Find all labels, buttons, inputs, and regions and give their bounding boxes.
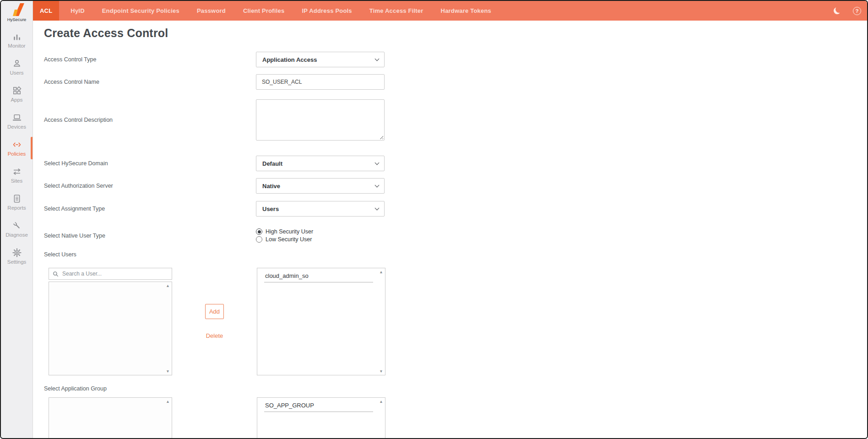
sidebar-item-apps[interactable]: Apps [1, 81, 33, 108]
selected-groups-listbox[interactable]: SO_APP_GROUP ▲ ▼ [257, 397, 385, 438]
user-search-input[interactable] [61, 270, 168, 277]
sidebar-item-policies[interactable]: Policies [1, 135, 33, 162]
radio-selected-icon[interactable] [256, 228, 262, 235]
chevron-down-icon [375, 206, 380, 211]
sidebar-item-settings[interactable]: Settings [1, 243, 33, 270]
selected-users-listbox[interactable]: cloud_admin_so ▲ ▼ [257, 268, 385, 375]
access-control-description-label: Access Control Description [44, 117, 256, 123]
sidebar-item-devices[interactable]: Devices [1, 108, 33, 135]
sidebar-item-label: Devices [7, 124, 26, 130]
sidebar-item-reports[interactable]: Reports [1, 189, 33, 216]
row-assignment-type: Select Assignment Type Users [44, 201, 867, 217]
scrollbar[interactable]: ▲ ▼ [377, 268, 385, 375]
bar-chart-icon [12, 32, 22, 42]
selected-group-item[interactable]: SO_APP_GROUP [264, 401, 373, 412]
help-icon[interactable]: ? [853, 7, 861, 15]
authorization-server-select[interactable]: Native [256, 178, 385, 194]
delete-user-link[interactable]: Delete [206, 332, 223, 339]
tab-hyid[interactable]: HyID [64, 1, 91, 21]
select-application-group-label: Select Application Group [44, 385, 867, 392]
tab-ip-address-pools[interactable]: IP Address Pools [295, 1, 358, 21]
radio-low-security-user[interactable]: Low Security User [256, 236, 385, 243]
scroll-up-icon[interactable]: ▲ [379, 270, 383, 274]
scrollbar[interactable]: ▲ ▼ [164, 398, 172, 438]
select-users-widget: ▲ ▼ Add Delete cloud_admin_so ▲ ▼ [49, 268, 867, 375]
tab-acl[interactable]: ACL [33, 1, 59, 21]
wrench-icon [12, 221, 22, 231]
select-application-group-widget: ▲ ▼ SO_APP_GROUP ▲ ▼ [49, 397, 867, 438]
brand-logo[interactable]: HySecure [1, 1, 33, 23]
scroll-down-icon[interactable]: ▼ [166, 369, 169, 374]
hysecure-domain-value: Default [262, 160, 282, 167]
search-icon [53, 271, 59, 277]
laptop-icon [12, 113, 22, 123]
dark-mode-moon-icon[interactable] [834, 7, 841, 14]
page-content: Create Access Control Access Control Typ… [33, 21, 867, 438]
user-search-box[interactable] [49, 268, 172, 280]
assignment-type-select[interactable]: Users [256, 201, 385, 217]
available-groups-listbox[interactable]: ▲ ▼ [49, 397, 172, 438]
tab-time-access-filter[interactable]: Time Access Filter [363, 1, 430, 21]
scroll-up-icon[interactable]: ▲ [379, 400, 383, 404]
scroll-up-icon[interactable]: ▲ [166, 284, 169, 288]
tab-client-profiles[interactable]: Client Profiles [236, 1, 291, 21]
assignment-type-value: Users [262, 206, 279, 212]
user-actions-column: Add Delete [172, 268, 257, 375]
sidebar-item-sites[interactable]: Sites [1, 162, 33, 189]
tab-password[interactable]: Password [190, 1, 233, 21]
person-icon [12, 59, 22, 69]
row-access-control-type: Access Control Type Application Access [44, 52, 867, 67]
select-users-label: Select Users [44, 251, 867, 258]
app-window: HySecure Monitor Users [0, 0, 868, 439]
code-brackets-icon [12, 140, 22, 150]
row-native-user-type: Select Native User Type High Security Us… [44, 228, 867, 243]
access-control-type-label: Access Control Type [44, 56, 256, 63]
radio-unselected-icon[interactable] [256, 236, 262, 243]
selected-user-item[interactable]: cloud_admin_so [264, 271, 373, 282]
row-hysecure-domain: Select HySecure Domain Default [44, 156, 867, 171]
access-control-name-input[interactable] [256, 74, 385, 90]
document-icon [12, 194, 22, 204]
sidebar-item-monitor[interactable]: Monitor [1, 27, 33, 54]
radio-label: Low Security User [266, 236, 312, 243]
sidebar-item-label: Policies [8, 151, 26, 157]
chevron-down-icon [375, 57, 380, 61]
scrollbar[interactable]: ▲ ▼ [164, 282, 172, 375]
row-authorization-server: Select Authorization Server Native [44, 178, 867, 194]
add-user-button[interactable]: Add [205, 304, 224, 319]
radio-high-security-user[interactable]: High Security User [256, 228, 385, 235]
hysecure-domain-select[interactable]: Default [256, 156, 385, 171]
nav-icons: ? [834, 1, 867, 21]
hysecure-domain-label: Select HySecure Domain [44, 160, 256, 167]
row-access-control-description: Access Control Description [44, 99, 867, 141]
access-control-type-value: Application Access [262, 56, 317, 63]
sidebar-item-label: Apps [11, 97, 22, 103]
sidebar-item-label: Monitor [8, 43, 25, 49]
sidebar-item-label: Diagnose [5, 232, 28, 238]
brand-name: HySecure [7, 17, 27, 22]
main-area: ACL HyID Endpoint Security Policies Pass… [33, 1, 867, 438]
native-user-type-label: Select Native User Type [44, 233, 256, 239]
scroll-down-icon[interactable]: ▼ [379, 369, 383, 374]
resize-grip-icon[interactable] [379, 135, 383, 139]
active-accent-bar [31, 137, 33, 159]
tab-hardware-tokens[interactable]: Hardware Tokens [434, 1, 498, 21]
assignment-type-label: Select Assignment Type [44, 206, 256, 212]
sidebar-nav: Monitor Users Apps [1, 23, 33, 270]
sidebar-item-label: Sites [11, 178, 23, 184]
tab-endpoint-security-policies[interactable]: Endpoint Security Policies [95, 1, 186, 21]
sidebar-item-label: Users [10, 70, 23, 76]
hysecure-logo-icon [9, 3, 25, 16]
sidebar-item-diagnose[interactable]: Diagnose [1, 216, 33, 243]
access-control-description-textarea[interactable] [256, 99, 385, 141]
nav-spacer [502, 1, 834, 21]
sidebar-item-users[interactable]: Users [1, 54, 33, 81]
scroll-up-icon[interactable]: ▲ [166, 400, 169, 404]
group-actions-column [172, 397, 257, 438]
available-users-listbox[interactable]: ▲ ▼ [49, 282, 172, 375]
access-control-name-label: Access Control Name [44, 79, 256, 85]
access-control-type-select[interactable]: Application Access [256, 52, 385, 67]
transfer-arrows-icon [12, 167, 22, 177]
scrollbar[interactable]: ▲ ▼ [377, 398, 385, 438]
radio-label: High Security User [266, 228, 313, 235]
